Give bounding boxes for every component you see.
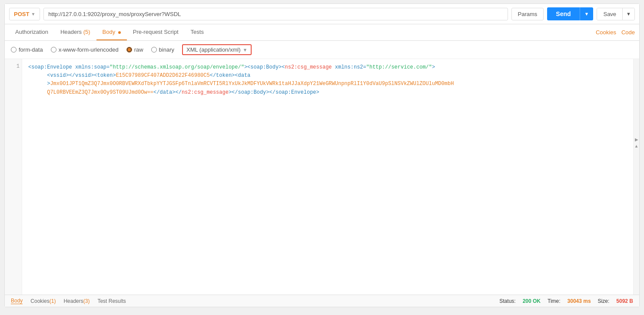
format-chevron: ▼: [243, 47, 248, 52]
body-dot: [118, 31, 121, 34]
params-button[interactable]: Params: [511, 8, 544, 20]
form-data-option[interactable]: form-data: [11, 46, 43, 53]
save-group: Save ▼: [597, 8, 635, 20]
tabs-right: Cookies Code: [596, 29, 635, 36]
code-editor: 1 <soap:Envelope xmlns:soap="http://sche…: [5, 59, 639, 295]
tab-body[interactable]: Body: [96, 24, 127, 40]
bottom-tab-body[interactable]: Body: [11, 298, 23, 304]
bottom-bar: Body Cookies(1) Headers(3) Test Results …: [5, 295, 639, 307]
method-label: POST: [14, 11, 29, 17]
code-content[interactable]: <soap:Envelope xmlns:soap="http://schema…: [22, 59, 633, 295]
status-label: Status:: [499, 298, 515, 304]
bottom-tab-test-results[interactable]: Test Results: [97, 298, 126, 304]
bottom-tab-headers[interactable]: Headers(3): [63, 298, 90, 304]
tab-pre-request[interactable]: Pre-request Script: [127, 24, 185, 40]
arrow-right-icon[interactable]: ▶: [635, 137, 638, 142]
size-value: 5092 B: [616, 298, 633, 304]
tab-tests[interactable]: Tests: [185, 24, 210, 40]
urlencoded-option[interactable]: x-www-form-urlencoded: [51, 46, 119, 53]
time-value: 30043 ms: [568, 298, 591, 304]
tabs-bar: Authorization Headers (5) Body Pre-reque…: [5, 24, 639, 41]
cookies-link[interactable]: Cookies: [596, 29, 616, 36]
bottom-right-stats: Status: 200 OK Time: 30043 ms Size: 5092…: [499, 298, 633, 304]
url-input[interactable]: [43, 8, 508, 20]
bottom-tab-cookies[interactable]: Cookies(1): [30, 298, 56, 304]
save-button[interactable]: Save: [597, 8, 622, 20]
save-chevron-button[interactable]: ▼: [622, 8, 634, 20]
arrow-up-icon[interactable]: ▲: [634, 144, 639, 148]
time-label: Time:: [548, 298, 561, 304]
send-group: Send ▼: [547, 7, 593, 20]
method-selector[interactable]: POST ▼: [9, 8, 40, 20]
size-label: Size:: [598, 298, 610, 304]
headers-badge: (5): [83, 29, 90, 35]
send-chevron-button[interactable]: ▼: [580, 7, 594, 20]
body-options: form-data x-www-form-urlencoded raw bina…: [5, 41, 639, 59]
send-button[interactable]: Send: [547, 7, 579, 20]
tab-headers[interactable]: Headers (5): [54, 24, 96, 40]
raw-option[interactable]: raw: [126, 46, 143, 53]
code-link[interactable]: Code: [621, 29, 635, 36]
tab-authorization[interactable]: Authorization: [9, 24, 54, 40]
right-panel: ▶ ▲: [633, 59, 639, 295]
line-numbers: 1: [5, 59, 22, 295]
status-value: 200 OK: [523, 298, 541, 304]
method-chevron: ▼: [31, 12, 35, 16]
binary-option[interactable]: binary: [151, 46, 174, 53]
top-bar: POST ▼ Params Send ▼ Save ▼: [5, 4, 639, 24]
format-dropdown[interactable]: XML (application/xml) ▼: [182, 44, 252, 55]
